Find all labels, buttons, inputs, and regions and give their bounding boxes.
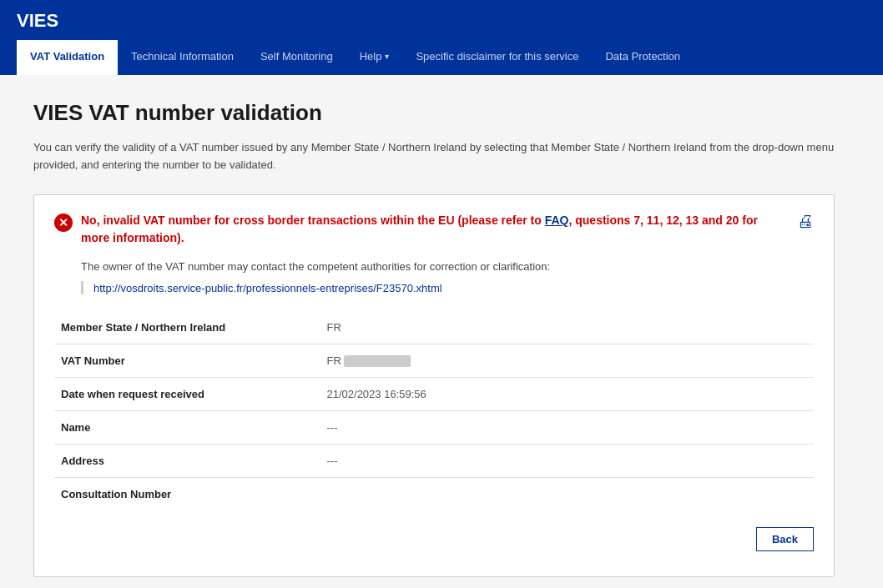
- table-row: Name ---: [54, 411, 814, 445]
- main-content: VIES VAT number validation You can verif…: [0, 75, 883, 588]
- page-title: VIES VAT number validation: [33, 100, 850, 126]
- faq-link[interactable]: FAQ: [545, 214, 569, 227]
- table-cell-value: ---: [320, 411, 815, 445]
- back-button[interactable]: Back: [756, 527, 814, 551]
- table-cell-label: VAT Number: [54, 344, 320, 378]
- error-row: ✕ No, invalid VAT number for cross borde…: [54, 212, 814, 247]
- nav-item-data-protection[interactable]: Data Protection: [592, 40, 694, 75]
- table-cell-label: Member State / Northern Ireland: [54, 311, 320, 344]
- chevron-down-icon: ▾: [385, 52, 389, 61]
- table-row: Date when request received 21/02/2023 16…: [54, 378, 814, 411]
- table-cell-value: ---: [320, 445, 815, 478]
- nav-label-technical-information: Technical Information: [131, 50, 234, 63]
- table-cell-value: FR: [320, 311, 815, 344]
- table-row: Consultation Number: [54, 478, 814, 511]
- error-icon: ✕: [54, 214, 73, 232]
- nav-item-technical-information[interactable]: Technical Information: [118, 40, 247, 75]
- error-message: No, invalid VAT number for cross border …: [81, 212, 789, 247]
- table-cell-value: [320, 478, 815, 511]
- result-table: Member State / Northern Ireland FR VAT N…: [54, 311, 814, 511]
- result-card: ✕ No, invalid VAT number for cross borde…: [33, 194, 835, 578]
- table-cell-value: 21/02/2023 16:59:56: [320, 378, 815, 411]
- table-cell-value: FR: [320, 344, 815, 378]
- table-cell-label: Date when request received: [54, 378, 320, 411]
- nav-item-vat-validation[interactable]: VAT Validation: [17, 40, 118, 75]
- nav-item-specific-disclaimer[interactable]: Specific disclaimer for this service: [402, 40, 592, 75]
- header: VIES VAT Validation Technical Informatio…: [0, 0, 883, 75]
- table-cell-label: Name: [54, 411, 320, 445]
- nav-item-help[interactable]: Help ▾: [346, 40, 403, 75]
- nav-label-specific-disclaimer: Specific disclaimer for this service: [416, 50, 578, 63]
- main-nav: VAT Validation Technical Information Sel…: [17, 40, 866, 75]
- nav-label-self-monitoring: Self Monitoring: [260, 50, 333, 63]
- print-icon[interactable]: 🖨: [797, 212, 814, 231]
- authority-link[interactable]: http://vosdroits.service-public.fr/profe…: [93, 282, 442, 294]
- nav-label-help: Help: [360, 50, 382, 63]
- nav-label-vat-validation: VAT Validation: [30, 50, 104, 63]
- error-content: ✕ No, invalid VAT number for cross borde…: [54, 212, 789, 247]
- table-cell-label: Consultation Number: [54, 478, 320, 511]
- logo: VIES: [17, 10, 866, 40]
- redacted-vat: [344, 355, 411, 367]
- info-text: The owner of the VAT number may contact …: [54, 260, 814, 273]
- authority-link-block: http://vosdroits.service-public.fr/profe…: [81, 281, 814, 294]
- table-row: VAT Number FR: [54, 344, 814, 378]
- nav-label-data-protection: Data Protection: [605, 50, 680, 63]
- table-row: Member State / Northern Ireland FR: [54, 311, 814, 344]
- nav-item-self-monitoring[interactable]: Self Monitoring: [247, 40, 346, 75]
- page-description: You can verify the validity of a VAT num…: [33, 139, 835, 174]
- back-row: Back: [54, 527, 814, 551]
- table-cell-label: Address: [54, 445, 320, 478]
- table-row: Address ---: [54, 445, 814, 478]
